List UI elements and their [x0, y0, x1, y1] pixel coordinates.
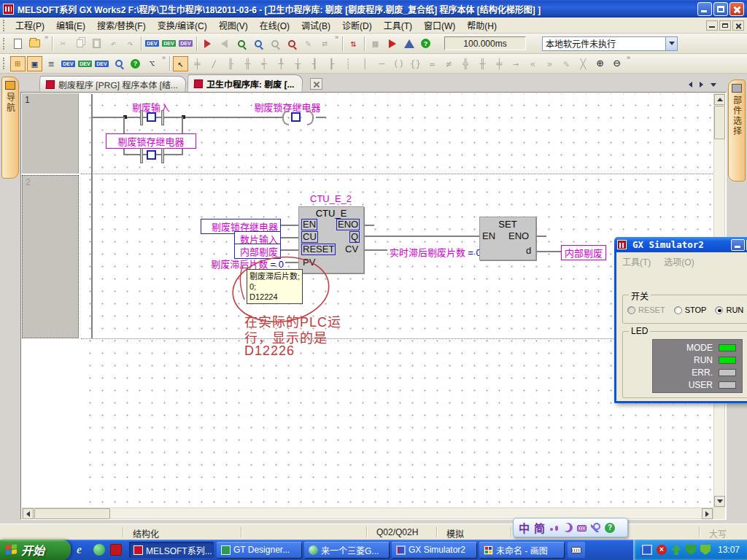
ime-punctuation-icon[interactable]: [549, 523, 559, 532]
ladder-tool-22-icon[interactable]: »: [542, 56, 557, 71]
device-comment-icon[interactable]: DEV: [144, 36, 160, 51]
tab-list-icon[interactable]: [711, 83, 716, 87]
ime-chinese-icon[interactable]: 中: [519, 520, 530, 535]
ime-fullwidth-icon[interactable]: [563, 523, 573, 532]
ladder-tool-23-icon[interactable]: ✎: [559, 56, 574, 71]
contact1-state-box[interactable]: [147, 112, 156, 122]
ladder-tool-21-icon[interactable]: «: [525, 56, 541, 71]
ladder-tool-5-icon[interactable]: ┽: [257, 56, 272, 71]
ladder-tool-11-icon[interactable]: │: [357, 56, 373, 71]
close-button[interactable]: [729, 2, 744, 16]
menu-window[interactable]: 窗口(W): [418, 17, 461, 34]
rung-2-margin[interactable]: 2: [22, 175, 79, 338]
ladder-tool-15-icon[interactable]: =: [425, 56, 440, 71]
find-icon[interactable]: ⌥: [144, 56, 160, 71]
cut-icon[interactable]: ✂: [55, 36, 71, 51]
ladder-tool-6-icon[interactable]: ╀: [274, 56, 289, 71]
menu-help[interactable]: 帮助(H): [461, 17, 503, 34]
simulator-titlebar[interactable]: GX Simulator2: [614, 237, 747, 252]
task-paint[interactable]: 未命名 - 画图: [479, 542, 564, 558]
zoom-out-icon[interactable]: ⊖: [609, 56, 624, 71]
cross-reference-icon[interactable]: ⇄: [317, 36, 333, 51]
ime-softkeyboard-icon[interactable]: [577, 525, 587, 532]
language-bar-taskbar-button[interactable]: [568, 542, 585, 558]
menu-find-replace[interactable]: 搜索/替换(F): [91, 17, 152, 34]
toolbar2-overflow-icon[interactable]: »: [162, 54, 166, 61]
ladder-tool-2-icon[interactable]: ∕: [206, 56, 222, 71]
scroll-right-icon[interactable]: [702, 508, 713, 519]
ladder-tool-9-icon[interactable]: ┠: [324, 56, 339, 71]
ladder-tool-14-icon[interactable]: {}: [408, 56, 423, 71]
ladder-tool-7-icon[interactable]: ╁: [290, 56, 306, 71]
radio-stop[interactable]: STOP: [674, 306, 707, 314]
rung-1-margin[interactable]: 1: [22, 93, 79, 174]
radio-run[interactable]: RUN: [715, 306, 743, 314]
menu-debug[interactable]: 调试(B): [295, 17, 336, 34]
tab-close-button[interactable]: [310, 78, 322, 90]
simulation-warning-icon[interactable]: [401, 36, 417, 51]
device-view-icon[interactable]: DEV: [94, 56, 109, 71]
child-minimize-button[interactable]: [706, 20, 718, 31]
ime-help-icon[interactable]: ?: [605, 523, 615, 533]
fb-instance-label[interactable]: CTU_E_2: [310, 193, 352, 204]
ladder-tool-20-icon[interactable]: →: [508, 56, 524, 71]
simulation-start-icon[interactable]: [384, 36, 400, 51]
vertical-scroll-thumb[interactable]: [714, 106, 725, 139]
monitor-stop-icon[interactable]: [284, 36, 299, 51]
internet-explorer-icon[interactable]: e: [77, 544, 88, 556]
monitor-zoom-icon[interactable]: [250, 36, 266, 51]
help-icon[interactable]: ?: [128, 56, 143, 71]
device-memory-icon[interactable]: DEV: [161, 36, 177, 51]
simulation-info-icon[interactable]: ?: [418, 36, 433, 51]
ladder-tool-1-icon[interactable]: ╪: [190, 56, 205, 71]
start-button[interactable]: 开始: [0, 540, 71, 560]
device-mode-combo[interactable]: 本地软元件未执行: [542, 36, 678, 51]
firewall-tray-icon[interactable]: [700, 545, 711, 555]
scroll-left-icon[interactable]: [23, 508, 34, 519]
ladder-tool-8-icon[interactable]: ┨: [307, 56, 322, 71]
task-gt-designer[interactable]: GT Designer...: [217, 542, 301, 558]
edit-program-icon[interactable]: ✎: [301, 36, 316, 51]
ime-simplified-icon[interactable]: 简: [534, 520, 545, 535]
ladder-tool-18-icon[interactable]: ╫: [475, 56, 490, 71]
function-block-selection-icon[interactable]: ▣: [27, 56, 42, 71]
taskbar-clock[interactable]: 13:07: [718, 545, 740, 555]
scroll-down-icon[interactable]: [714, 496, 725, 507]
ime-language-bar[interactable]: 中 简 ?: [513, 518, 628, 537]
tab-library-tiqfei[interactable]: 卫生巾程序库: 剔废 [...: [187, 74, 303, 92]
ladder-tool-17-icon[interactable]: ╬: [458, 56, 473, 71]
ladder-tool-12-icon[interactable]: ─: [374, 56, 390, 71]
menu-diagnostics[interactable]: 诊断(D): [336, 17, 378, 34]
combo-dropdown-icon[interactable]: [665, 37, 677, 50]
ladder-tool-13-icon[interactable]: (): [391, 56, 406, 71]
gx-simulator-window[interactable]: GX Simulator2 工具(T) 选项(O) 开关 RESET STOP …: [614, 252, 747, 403]
redo-icon[interactable]: ↷: [123, 36, 138, 51]
task-browser[interactable]: 来一个三菱G...: [304, 542, 389, 558]
ladder-tool-3-icon[interactable]: ╟: [223, 56, 239, 71]
copy-icon[interactable]: [72, 36, 88, 51]
solidworks-icon[interactable]: [110, 544, 122, 556]
tab-scroll-left-icon[interactable]: [689, 82, 692, 88]
monitor-pause-icon[interactable]: [267, 36, 282, 51]
ladder-tool-4-icon[interactable]: ╫: [240, 56, 255, 71]
task-gx-simulator[interactable]: GX Simulator2: [392, 542, 476, 558]
device-comment-display-icon[interactable]: DEV: [61, 56, 76, 71]
open-project-icon[interactable]: [27, 36, 42, 51]
zoom-in-icon[interactable]: ⊕: [592, 56, 608, 71]
toolbar-overflow-2-icon[interactable]: »: [335, 34, 338, 41]
tab-scroll-right-icon[interactable]: [700, 82, 703, 88]
menu-project[interactable]: 工程(P): [9, 17, 50, 34]
part-selection-side-tab[interactable]: 部件选择: [728, 79, 746, 182]
device-find-icon[interactable]: [111, 56, 126, 71]
restore-button[interactable]: [713, 2, 728, 16]
navigation-side-tab[interactable]: 导航: [1, 77, 19, 179]
tab-program-body[interactable]: 剔废程序 [PRG] 程序本体 [结...: [39, 76, 187, 92]
task-melsoft[interactable]: MELSOFT系列...: [129, 542, 214, 558]
child-restore-button[interactable]: [719, 20, 731, 31]
network-tray-icon[interactable]: [642, 545, 652, 555]
ladder-tool-24-icon[interactable]: ╳: [576, 56, 591, 71]
monitor-watch-icon[interactable]: [233, 36, 249, 51]
ladder-tool-16-icon[interactable]: ≠: [441, 56, 457, 71]
navigation-window-icon[interactable]: ⊞: [10, 56, 26, 71]
menu-view[interactable]: 视图(V): [213, 17, 254, 34]
